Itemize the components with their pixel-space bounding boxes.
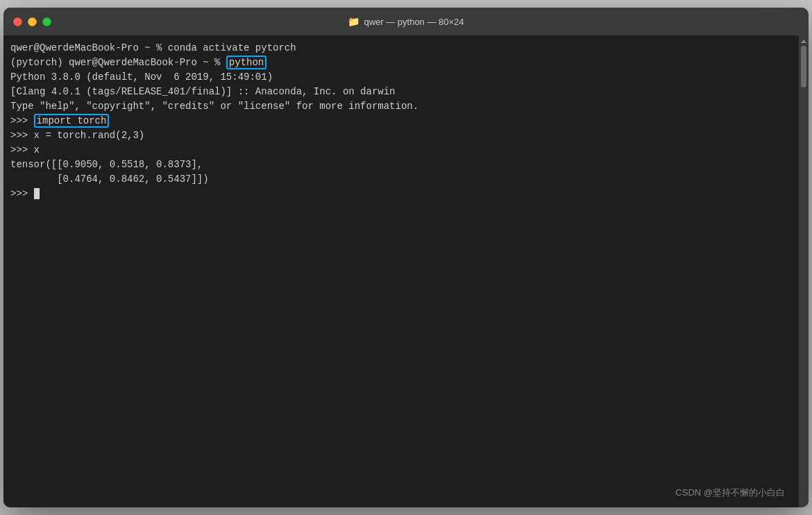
maximize-button[interactable] [42,17,51,26]
title-text: qwer — python — 80×24 [364,17,464,27]
terminal-line-9: tensor([[0.9050, 0.5518, 0.8373], [10,158,792,172]
terminal-line-7: >>> x = torch.rand(2,3) [10,128,792,143]
terminal-line-6: >>> import torch [10,114,792,128]
terminal-line-10: [0.4764, 0.8462, 0.5437]]) [10,172,792,187]
terminal-line-2: (pytorch) qwer@QwerdeMacBook-Pro ~ % pyt… [10,56,792,70]
terminal-line-11: >>> [10,187,792,201]
scroll-up-icon[interactable] [801,40,806,43]
terminal-line-4: [Clang 4.0.1 (tags/RELEASE_401/final)] :… [10,85,792,99]
window-body: qwer@QwerdeMacBook-Pro ~ % conda activat… [3,35,809,507]
terminal-line-3: Python 3.8.0 (default, Nov 6 2019, 15:49… [10,70,792,85]
traffic-lights [13,17,51,26]
import-torch-highlight: import torch [34,114,110,128]
python-highlight: python [226,56,267,69]
terminal-line-8: >>> x [10,143,792,158]
minimize-button[interactable] [28,17,37,26]
scrollbar[interactable] [799,35,809,507]
titlebar: 📁 qwer — python — 80×24 [3,8,809,35]
terminal-line-1: qwer@QwerdeMacBook-Pro ~ % conda activat… [10,41,792,56]
terminal-line-5: Type "help", "copyright", "credits" or "… [10,99,792,114]
window-title: 📁 qwer — python — 80×24 [348,16,464,27]
terminal-window: 📁 qwer — python — 80×24 qwer@QwerdeMacBo… [3,8,809,507]
scrollbar-thumb[interactable] [801,46,806,87]
folder-icon: 📁 [348,16,360,27]
terminal-cursor [34,188,40,199]
terminal-content[interactable]: qwer@QwerdeMacBook-Pro ~ % conda activat… [3,35,799,507]
watermark: CSDN @坚持不懈的小白白 [675,486,785,500]
close-button[interactable] [13,17,22,26]
